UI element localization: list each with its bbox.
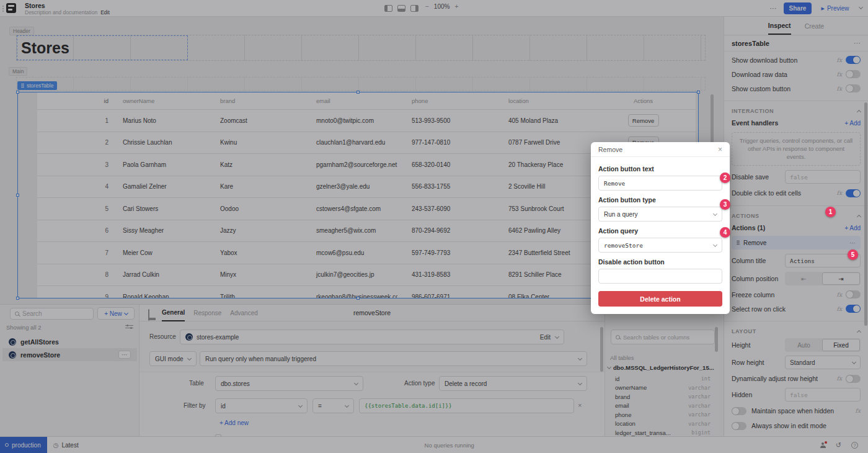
resize-handle[interactable] — [16, 194, 19, 197]
query-search-box[interactable]: Search — [10, 308, 94, 320]
schema-scrollbar[interactable] — [715, 327, 718, 352]
stores-table-component-tag[interactable]: storesTable — [17, 81, 57, 90]
schema-field[interactable]: phonevarchar — [605, 410, 715, 419]
collapse-section-icon[interactable] — [857, 109, 861, 114]
toggle-right-panel-icon[interactable] — [410, 5, 418, 12]
fx-icon[interactable]: fx — [837, 57, 842, 63]
add-filter-link[interactable]: + Add new — [219, 419, 249, 426]
delete-action-button[interactable]: Delete action — [598, 291, 722, 307]
column-header-ownername[interactable]: ownerName — [108, 97, 206, 104]
query-item-removestore[interactable]: removeStore ⋯ — [2, 348, 137, 361]
fx-icon[interactable]: fx — [837, 71, 842, 78]
layout-section-header[interactable]: LAYOUT — [732, 328, 756, 334]
zoom-level[interactable]: 100% — [434, 3, 450, 10]
table-row[interactable]: 1 Marius Noto Zoomcast mnoto0@twitpic.co… — [37, 110, 696, 132]
fx-icon[interactable]: fx — [837, 86, 842, 92]
action-query-select[interactable]: removeStore — [598, 238, 722, 253]
fx-icon[interactable]: fx — [856, 408, 861, 414]
edit-description-link[interactable]: Edit — [100, 9, 110, 16]
add-event-handler-link[interactable]: + Add — [844, 120, 861, 127]
add-action-link[interactable]: + Add — [844, 225, 861, 231]
table-select[interactable]: dbo.stores — [215, 376, 363, 391]
column-header-location[interactable]: location — [494, 97, 591, 104]
tab-create[interactable]: Create — [805, 17, 825, 35]
select-row-on-click-toggle[interactable] — [846, 305, 861, 313]
interaction-section-header[interactable]: INTERACTION — [732, 108, 774, 114]
share-button[interactable]: Share — [784, 2, 812, 14]
drag-handle-icon[interactable] — [2, 5, 4, 12]
schema-field[interactable]: emailvarchar — [605, 401, 715, 411]
height-auto-option[interactable]: Auto — [786, 339, 822, 351]
hidden-input[interactable] — [785, 388, 861, 401]
debug-user-icon[interactable] — [820, 442, 826, 448]
query-item-menu-button[interactable]: ⋯ — [118, 351, 131, 359]
filter-icon[interactable] — [125, 325, 133, 330]
position-right-option[interactable]: ⇥ — [822, 272, 860, 285]
query-item-getallstores[interactable]: getAllStores — [2, 335, 137, 348]
collapse-section-icon[interactable] — [857, 215, 861, 219]
action-button-type-select[interactable]: Run a query — [598, 207, 722, 222]
show-download-button-toggle[interactable] — [846, 56, 861, 64]
always-show-toggle[interactable] — [732, 422, 746, 430]
filter-value-input[interactable]: {{storesTable.data.id[i]}} — [359, 398, 574, 413]
actions-section-header[interactable]: ACTIONS — [732, 213, 760, 219]
schema-field[interactable]: brandvarchar — [605, 392, 715, 401]
action-type-select[interactable]: Delete a record — [439, 376, 587, 391]
resource-edit-link[interactable]: Edit — [540, 334, 551, 341]
history-icon[interactable]: ↺ — [836, 441, 841, 449]
zoom-out-button[interactable]: − — [425, 3, 429, 10]
resource-select[interactable]: stores-example Edit — [180, 330, 564, 344]
resize-handle[interactable] — [16, 91, 19, 94]
position-left-option[interactable]: ⇤ — [786, 272, 822, 285]
filter-operator-select[interactable]: = — [312, 398, 354, 413]
column-header-phone[interactable]: phone — [397, 97, 494, 104]
environment-chip[interactable]: production — [0, 437, 47, 453]
resize-handle[interactable] — [16, 297, 19, 300]
fx-icon[interactable]: fx — [837, 190, 842, 196]
remove-action-button[interactable]: Remove — [628, 114, 659, 127]
action-button-text-input[interactable] — [598, 176, 722, 191]
resize-handle[interactable] — [697, 91, 700, 94]
collapse-section-icon[interactable] — [857, 330, 861, 334]
component-menu-button[interactable]: ⋯ — [854, 39, 861, 47]
show-custom-button-toggle[interactable] — [846, 84, 861, 92]
maintain-space-toggle[interactable] — [732, 407, 746, 415]
action-item-menu-button[interactable]: ⋯ — [849, 240, 856, 246]
remove-filter-icon[interactable]: × — [578, 401, 582, 409]
preview-dropdown-chevron-icon[interactable] — [859, 5, 863, 9]
tab-inspect[interactable]: Inspect — [768, 17, 791, 35]
double-click-edit-toggle[interactable] — [846, 189, 861, 197]
help-icon[interactable]: ? — [851, 442, 858, 449]
filter-field-select[interactable]: id — [215, 398, 308, 413]
toggle-left-panel-icon[interactable] — [384, 5, 392, 12]
fx-icon[interactable]: fx — [837, 292, 842, 298]
disable-save-input[interactable] — [785, 170, 861, 184]
preview-button[interactable]: ▶ Preview — [816, 2, 854, 14]
version-selector[interactable]: ◷ Latest — [53, 442, 79, 449]
action-item-remove[interactable]: Remove ⋯ — [732, 236, 861, 249]
disable-action-button-input[interactable] — [598, 269, 722, 284]
trigger-select[interactable]: Run query only when manually triggered — [200, 351, 587, 366]
header-frame-tag[interactable]: Header — [9, 27, 34, 35]
resize-handle[interactable] — [356, 91, 360, 94]
freeze-column-toggle[interactable] — [846, 290, 861, 298]
main-frame-tag[interactable]: Main — [9, 67, 27, 76]
toggle-bottom-panel-icon[interactable] — [397, 5, 405, 12]
column-header-id[interactable]: id — [37, 97, 108, 104]
dynamic-row-height-toggle[interactable] — [846, 375, 861, 383]
schema-field[interactable]: idint — [605, 374, 715, 383]
schema-table-node[interactable]: dbo.MSSQL_LedgerHistoryFor_15... — [608, 364, 717, 371]
app-logo-icon[interactable] — [6, 3, 16, 13]
more-options-button[interactable]: ⋯ — [768, 2, 779, 14]
column-header-actions[interactable]: Actions — [591, 97, 696, 104]
column-header-email[interactable]: email — [302, 97, 397, 104]
schema-field[interactable]: ownerNamevarchar — [605, 383, 715, 393]
close-icon[interactable]: × — [718, 145, 722, 154]
editor-scrollbar[interactable] — [600, 327, 603, 372]
inspector-scrollbar[interactable] — [864, 102, 867, 326]
mode-select[interactable]: GUI mode — [149, 351, 197, 366]
selected-component-name[interactable]: storesTable — [732, 40, 769, 47]
row-height-select[interactable]: Standard — [785, 356, 861, 369]
new-query-button[interactable]: + New — [97, 307, 135, 320]
page-title[interactable]: Stores — [21, 39, 69, 57]
